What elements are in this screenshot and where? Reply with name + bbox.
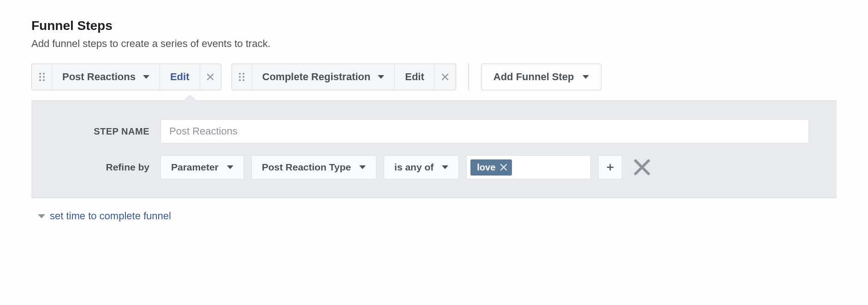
value-tag: love [470,159,512,176]
refine-controls: Parameter Post Reaction Type is any of l… [161,155,651,179]
remove-step-button[interactable] [434,64,456,90]
funnel-step: Post Reactions Edit [31,64,221,90]
remove-step-button[interactable] [200,64,221,90]
parameter-select[interactable]: Parameter [161,155,244,179]
value-tags-input[interactable]: love [466,155,591,179]
caret-down-icon [378,75,384,79]
svg-point-6 [239,73,241,75]
step-editor-panel: STEP NAME Refine by Parameter Post React… [31,100,837,198]
add-condition-button[interactable] [598,155,622,179]
svg-point-2 [39,76,41,78]
chevron-down-icon [38,214,45,218]
svg-point-7 [243,73,244,75]
svg-point-9 [243,76,244,78]
funnel-step: Complete Registration Edit [232,64,456,90]
parameter-select-label: Parameter [171,162,219,173]
drag-handle-icon[interactable] [232,64,252,90]
panel-arrow [184,95,196,101]
funnel-steps-row: Post Reactions Edit Complete Registratio… [31,64,837,90]
svg-point-1 [43,73,45,75]
field-select-label: Post Reaction Type [262,162,351,173]
step-name-label: STEP NAME [59,126,161,137]
drag-handle-icon[interactable] [32,64,52,90]
remove-condition-button[interactable] [633,155,651,179]
operator-select[interactable]: is any of [384,155,459,179]
refine-by-label: Refine by [59,162,161,173]
step-name-input[interactable] [161,119,809,143]
field-select[interactable]: Post Reaction Type [251,155,376,179]
divider [468,64,469,90]
section-title: Funnel Steps [31,18,837,33]
svg-point-10 [239,79,241,81]
svg-point-0 [39,73,41,75]
edit-step-button[interactable]: Edit [394,64,434,90]
svg-point-5 [43,79,45,81]
svg-point-11 [243,79,244,81]
value-tag-label: love [477,162,495,173]
remove-tag-button[interactable] [500,164,507,171]
set-time-label: set time to complete funnel [50,210,171,222]
caret-down-icon [442,165,448,169]
caret-down-icon [143,75,149,79]
svg-point-8 [239,76,241,78]
funnel-step-label: Complete Registration [262,71,371,83]
caret-down-icon [359,165,366,169]
section-subtitle: Add funnel steps to create a series of e… [31,38,837,50]
funnel-step-select[interactable]: Post Reactions [52,64,160,90]
caret-down-icon [583,75,589,79]
add-funnel-step-button[interactable]: Add Funnel Step [481,64,601,90]
step-name-row: STEP NAME [59,119,809,143]
svg-point-3 [43,76,45,78]
set-time-to-complete-link[interactable]: set time to complete funnel [38,210,837,222]
caret-down-icon [227,165,233,169]
svg-point-4 [39,79,41,81]
funnel-step-select[interactable]: Complete Registration [252,64,395,90]
edit-step-button[interactable]: Edit [160,64,200,90]
add-funnel-step-label: Add Funnel Step [493,71,574,83]
operator-select-label: is any of [394,162,434,173]
funnel-step-label: Post Reactions [62,71,136,83]
refine-by-row: Refine by Parameter Post Reaction Type i… [59,155,809,179]
